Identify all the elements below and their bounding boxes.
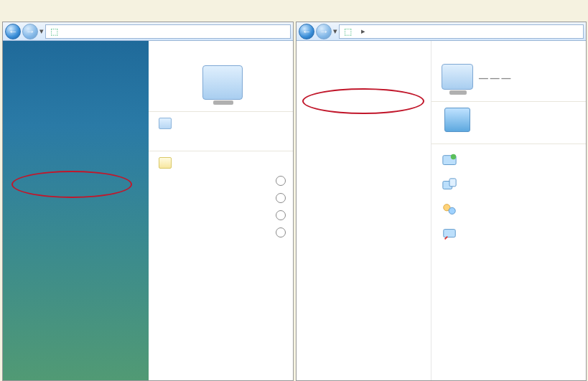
computer-icon bbox=[202, 65, 243, 100]
forward-button[interactable]: → bbox=[316, 24, 332, 39]
network-section[interactable] bbox=[159, 118, 286, 129]
computer-icon bbox=[442, 64, 473, 90]
expand-icon[interactable] bbox=[276, 227, 286, 237]
connector-icon: ─── bbox=[479, 71, 513, 86]
homegroup-icon bbox=[442, 202, 457, 217]
folder-icon bbox=[159, 157, 172, 169]
row-file-sharing[interactable] bbox=[159, 193, 286, 203]
expand-icon[interactable] bbox=[276, 176, 286, 186]
sidebar-vista bbox=[3, 41, 149, 380]
row-discovery[interactable] bbox=[159, 176, 286, 186]
network-mini-icon bbox=[159, 118, 172, 129]
address-bar[interactable]: ⬚ bbox=[45, 24, 291, 39]
setting-new-connection[interactable] bbox=[442, 153, 580, 169]
sidebar-footer bbox=[305, 366, 427, 372]
row-public-folders[interactable] bbox=[159, 210, 286, 220]
sharing-section[interactable] bbox=[159, 157, 286, 169]
main-win7: ─── bbox=[431, 41, 586, 380]
address-bar[interactable]: ⬚ ▸ bbox=[339, 24, 584, 39]
setting-troubleshoot[interactable] bbox=[442, 226, 580, 242]
svg-point-1 bbox=[451, 154, 456, 159]
navbar-vista: ← → ▾ ⬚ bbox=[3, 22, 293, 41]
connect-icon bbox=[442, 177, 457, 193]
main-vista bbox=[149, 41, 293, 380]
setting-homegroup[interactable] bbox=[442, 202, 580, 217]
chevron-right-icon: ▸ bbox=[361, 27, 365, 36]
forward-button[interactable]: → bbox=[22, 24, 38, 39]
troubleshoot-icon bbox=[442, 226, 457, 242]
setup-icon bbox=[442, 153, 457, 169]
divider bbox=[149, 111, 293, 112]
divider bbox=[431, 101, 586, 102]
network-card-icon bbox=[444, 108, 470, 132]
network-icon: ⬚ bbox=[342, 27, 353, 37]
network-icon: ⬚ bbox=[49, 27, 59, 37]
divider bbox=[431, 144, 586, 144]
back-button[interactable]: ← bbox=[5, 24, 21, 39]
dropdown-icon[interactable]: ▾ bbox=[333, 27, 337, 36]
row-printers[interactable] bbox=[159, 227, 286, 237]
computer-block bbox=[442, 64, 473, 93]
back-button[interactable]: ← bbox=[299, 24, 314, 39]
window-vista: ← → ▾ ⬚ bbox=[2, 22, 294, 381]
navbar-win7: ← → ▾ ⬚ ▸ bbox=[297, 22, 586, 41]
svg-rect-6 bbox=[444, 230, 456, 237]
dropdown-icon[interactable]: ▾ bbox=[39, 27, 44, 36]
divider bbox=[149, 151, 293, 151]
svg-rect-3 bbox=[449, 179, 456, 187]
network-card[interactable] bbox=[444, 108, 580, 132]
expand-icon[interactable] bbox=[276, 193, 286, 203]
window-win7: ← → ▾ ⬚ ▸ bbox=[296, 22, 587, 381]
expand-icon[interactable] bbox=[276, 210, 286, 220]
computer-block bbox=[159, 65, 286, 100]
setting-connect[interactable] bbox=[442, 177, 580, 193]
svg-point-5 bbox=[449, 207, 455, 214]
sidebar-win7 bbox=[297, 41, 431, 380]
